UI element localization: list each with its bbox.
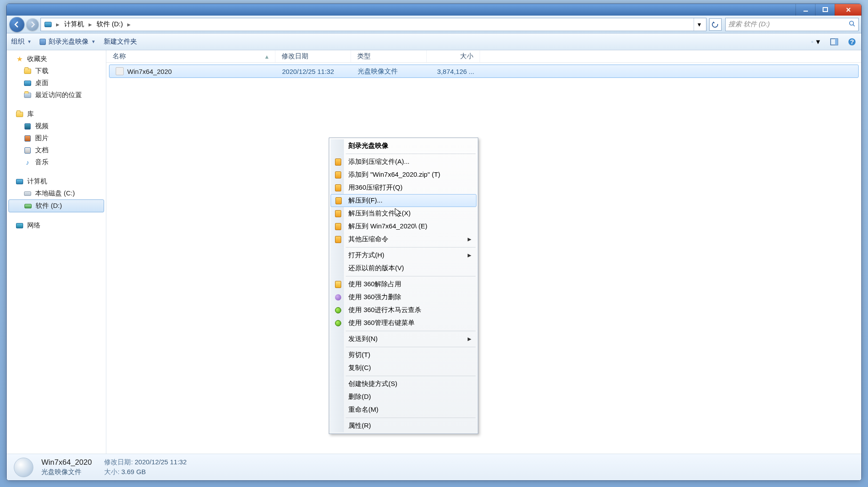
- ctx-add-zip[interactable]: 添加到 "Win7x64_2020.zip" (T): [331, 168, 476, 181]
- breadcrumb-computer-icon[interactable]: [43, 21, 53, 28]
- ctx-360-unlock[interactable]: 使用 360解除占用: [331, 278, 476, 291]
- sidebar-item-desktop[interactable]: 桌面: [7, 77, 106, 89]
- sidebar-item-pictures[interactable]: 图片: [7, 132, 106, 144]
- svg-rect-5: [811, 41, 812, 42]
- search-icon: [848, 20, 856, 28]
- address-bar[interactable]: ▸ 计算机 ▸ 软件 (D:) ▸ ▾: [40, 18, 707, 31]
- burn-button[interactable]: 刻录光盘映像▼: [40, 37, 96, 46]
- refresh-icon: [712, 21, 719, 28]
- close-button[interactable]: [835, 4, 861, 16]
- sidebar-libraries-head[interactable]: 库: [7, 108, 106, 120]
- preview-pane-button[interactable]: [829, 37, 839, 47]
- sidebar-item-recent[interactable]: 最近访问的位置: [7, 89, 106, 101]
- ctx-separator: [346, 418, 476, 418]
- column-headers: 名称▴ 修改日期 类型 大小: [106, 50, 861, 63]
- ctx-rename[interactable]: 重命名(M): [331, 403, 476, 416]
- search-box[interactable]: 搜索 软件 (D:): [725, 18, 859, 31]
- ctx-copy[interactable]: 复制(C): [331, 361, 476, 374]
- chevron-down-icon: ▼: [91, 39, 96, 44]
- file-row[interactable]: Win7x64_2020 2020/12/25 11:32 光盘映像文件 3,8…: [109, 65, 859, 78]
- address-dropdown[interactable]: ▾: [694, 18, 704, 31]
- col-name[interactable]: 名称▴: [106, 50, 275, 62]
- back-button[interactable]: [9, 17, 24, 32]
- ctx-separator: [346, 247, 476, 248]
- minimize-icon: [803, 7, 809, 13]
- ctx-open-360[interactable]: 用360压缩打开(Q): [331, 181, 476, 194]
- forward-button[interactable]: [26, 18, 39, 31]
- sidebar-item-drive-d[interactable]: 软件 (D:): [8, 199, 104, 212]
- search-placeholder: 搜索 软件 (D:): [728, 20, 770, 28]
- ctx-extract-to[interactable]: 解压到(F)...: [331, 194, 476, 207]
- disc-icon: [40, 39, 46, 45]
- breadcrumb-current[interactable]: 软件 (D:): [95, 19, 125, 29]
- ctx-cut[interactable]: 剪切(T): [331, 349, 476, 361]
- video-icon: [24, 123, 31, 130]
- file-thumbnail-icon: [14, 458, 33, 477]
- ctx-separator: [346, 331, 476, 331]
- help-icon: ?: [848, 37, 856, 46]
- archive-icon: [335, 236, 341, 243]
- document-icon: [24, 147, 31, 154]
- content-pane: 名称▴ 修改日期 类型 大小 Win7x64_2020 2020/12/25 1…: [106, 50, 861, 454]
- computer-icon: [16, 179, 23, 184]
- ctx-shortcut[interactable]: 创建快捷方式(S): [331, 377, 476, 390]
- desktop-icon: [24, 81, 31, 86]
- drive-icon: [24, 191, 31, 196]
- close-icon: [845, 7, 852, 13]
- ctx-open-with[interactable]: 打开方式(H)▶: [331, 249, 476, 262]
- minimize-button[interactable]: [795, 4, 815, 16]
- preview-pane-icon: [830, 37, 839, 46]
- submenu-arrow-icon: ▶: [468, 336, 471, 342]
- ctx-separator: [346, 347, 476, 347]
- ctx-delete[interactable]: 删除(D): [331, 390, 476, 403]
- file-list[interactable]: Win7x64_2020 2020/12/25 11:32 光盘映像文件 3,8…: [106, 63, 861, 454]
- ctx-360-scan[interactable]: 使用 360进行木马云查杀: [331, 304, 476, 317]
- folder-icon: [24, 93, 31, 98]
- svg-rect-3: [811, 41, 812, 41]
- sidebar-network-head[interactable]: 网络: [7, 219, 106, 231]
- newfolder-button[interactable]: 新建文件夹: [104, 37, 137, 46]
- ctx-burn[interactable]: 刻录光盘映像: [331, 139, 476, 152]
- sidebar-favorites-head[interactable]: ★收藏夹: [7, 53, 106, 65]
- context-menu: 刻录光盘映像 添加到压缩文件(A)... 添加到 "Win7x64_2020.z…: [329, 138, 478, 434]
- svg-point-2: [850, 21, 854, 25]
- breadcrumb-computer[interactable]: 计算机: [62, 19, 86, 29]
- ctx-other-zip[interactable]: 其他压缩命令▶: [331, 233, 476, 246]
- sidebar-item-downloads[interactable]: 下载: [7, 65, 106, 77]
- svg-rect-10: [835, 39, 838, 45]
- ctx-add-archive[interactable]: 添加到压缩文件(A)...: [331, 155, 476, 168]
- sort-indicator-icon: ▴: [265, 53, 269, 61]
- chevron-down-icon: ▼: [27, 39, 32, 44]
- help-button[interactable]: ?: [847, 37, 857, 47]
- maximize-button[interactable]: [815, 4, 835, 16]
- col-size[interactable]: 大小: [427, 50, 480, 62]
- sidebar-item-drive-c[interactable]: 本地磁盘 (C:): [7, 187, 106, 199]
- nav-sidebar: ★收藏夹 下载 桌面 最近访问的位置 库 视频 图片 文档 ♪音乐 计算机 本地…: [7, 50, 106, 454]
- col-date[interactable]: 修改日期: [275, 50, 351, 62]
- sidebar-item-music[interactable]: ♪音乐: [7, 156, 106, 168]
- tool-icon: [335, 320, 341, 326]
- ctx-360-manage[interactable]: 使用 360管理右键菜单: [331, 317, 476, 329]
- details-pane: Win7x64_2020 修改日期: 2020/12/25 11:32 光盘映像…: [7, 454, 861, 480]
- ctx-send-to[interactable]: 发送到(N)▶: [331, 333, 476, 345]
- view-mode-button[interactable]: ▼: [811, 37, 821, 47]
- breadcrumb-sep-icon: ▸: [127, 20, 131, 28]
- svg-rect-7: [811, 42, 812, 42]
- forward-arrow-icon: [29, 21, 36, 28]
- archive-icon: [335, 197, 342, 204]
- ctx-restore-version[interactable]: 还原以前的版本(V): [331, 262, 476, 275]
- refresh-button[interactable]: [709, 18, 722, 31]
- ctx-360-forcedel[interactable]: 使用 360强力删除: [331, 291, 476, 304]
- sidebar-item-documents[interactable]: 文档: [7, 144, 106, 156]
- col-type[interactable]: 类型: [351, 50, 427, 62]
- archive-icon: [335, 184, 341, 191]
- ctx-extract-folder[interactable]: 解压到 Win7x64_2020\ (E): [331, 220, 476, 233]
- submenu-arrow-icon: ▶: [468, 252, 471, 258]
- sidebar-item-videos[interactable]: 视频: [7, 120, 106, 132]
- details-filename: Win7x64_2020: [41, 458, 92, 467]
- ctx-extract-here[interactable]: 解压到当前文件夹(X): [331, 207, 476, 220]
- ctx-properties[interactable]: 属性(R): [331, 419, 476, 432]
- details-filetype: 光盘映像文件: [41, 468, 92, 476]
- organize-button[interactable]: 组织▼: [11, 37, 32, 46]
- sidebar-computer-head[interactable]: 计算机: [7, 175, 106, 187]
